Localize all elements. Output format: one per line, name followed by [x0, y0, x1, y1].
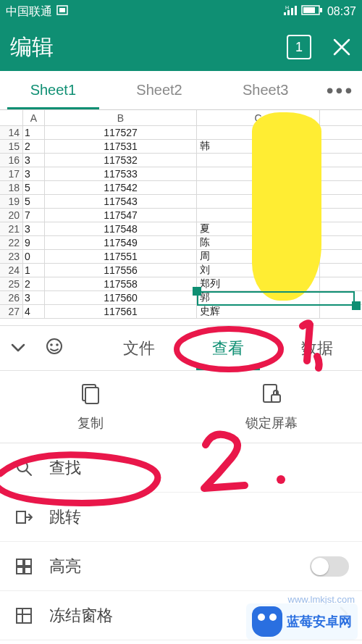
- cell-a[interactable]: 7: [23, 209, 45, 222]
- cell-a[interactable]: 3: [23, 291, 45, 305]
- menu-search[interactable]: 查找: [0, 443, 362, 493]
- cell-a[interactable]: 0: [23, 250, 45, 264]
- cell-c[interactable]: 周: [197, 250, 320, 264]
- cell-b[interactable]: 117561: [45, 305, 197, 319]
- col-header-a[interactable]: A: [23, 110, 45, 126]
- row-header[interactable]: 22: [0, 236, 23, 250]
- cell-a[interactable]: 5: [23, 195, 45, 209]
- row-header[interactable]: 17: [0, 167, 23, 181]
- cell-b[interactable]: 117558: [45, 277, 197, 291]
- col-header-c[interactable]: C: [197, 110, 320, 126]
- cell-a[interactable]: 9: [23, 236, 45, 250]
- table-row[interactable]: 213117548夏: [0, 222, 362, 236]
- cell-d[interactable]: [320, 291, 362, 305]
- cell-d[interactable]: [320, 195, 362, 209]
- cell-d[interactable]: [320, 167, 362, 181]
- cell-b[interactable]: 117527: [45, 126, 197, 140]
- row-header[interactable]: 15: [0, 140, 23, 154]
- cell-c[interactable]: [197, 209, 320, 222]
- cell-c[interactable]: [197, 167, 320, 181]
- cell-a[interactable]: 1: [23, 126, 45, 140]
- action-lock-screen[interactable]: 锁定屏幕: [181, 371, 362, 443]
- cell-d[interactable]: [320, 126, 362, 140]
- cell-c[interactable]: 刘: [197, 264, 320, 277]
- table-row[interactable]: 274117561史辉: [0, 305, 362, 319]
- highlight-toggle[interactable]: [310, 556, 349, 577]
- cell-d[interactable]: [320, 154, 362, 167]
- table-row[interactable]: 141117527: [0, 126, 362, 140]
- panel-tab-data[interactable]: 数据: [273, 326, 362, 370]
- cell-a[interactable]: 3: [23, 154, 45, 167]
- menu-highlight[interactable]: 高亮: [0, 542, 362, 591]
- cell-b[interactable]: 117531: [45, 140, 197, 154]
- table-row[interactable]: 173117533: [0, 167, 362, 181]
- cell-a[interactable]: 3: [23, 222, 45, 236]
- row-header[interactable]: 18: [0, 181, 23, 195]
- assistant-icon[interactable]: [43, 336, 65, 361]
- table-row[interactable]: 229117549陈: [0, 236, 362, 250]
- cell-b[interactable]: 117533: [45, 167, 197, 181]
- cell-b[interactable]: 117542: [45, 181, 197, 195]
- cell-c[interactable]: [197, 154, 320, 167]
- table-row[interactable]: 241117556刘: [0, 264, 362, 277]
- menu-jump[interactable]: 跳转: [0, 493, 362, 542]
- cell-b[interactable]: 117556: [45, 264, 197, 277]
- table-row[interactable]: 230117551周: [0, 250, 362, 264]
- table-row[interactable]: 185117542: [0, 181, 362, 195]
- cell-d[interactable]: [320, 277, 362, 291]
- cell-a[interactable]: 4: [23, 305, 45, 319]
- row-header[interactable]: 20: [0, 209, 23, 222]
- cell-b[interactable]: 117551: [45, 250, 197, 264]
- row-header[interactable]: 26: [0, 291, 23, 305]
- table-row[interactable]: 207117547: [0, 209, 362, 222]
- row-header[interactable]: 27: [0, 305, 23, 319]
- row-header[interactable]: 23: [0, 250, 23, 264]
- cell-a[interactable]: 3: [23, 167, 45, 181]
- panel-tab-file[interactable]: 文件: [94, 326, 183, 370]
- table-row[interactable]: 263117560郭: [0, 291, 362, 305]
- row-header[interactable]: 25: [0, 277, 23, 291]
- cell-b[interactable]: 117560: [45, 291, 197, 305]
- row-header[interactable]: 21: [0, 222, 23, 236]
- cell-c[interactable]: [197, 195, 320, 209]
- cell-c[interactable]: 郑列: [197, 277, 320, 291]
- cell-b[interactable]: 117548: [45, 222, 197, 236]
- table-row[interactable]: 163117532: [0, 154, 362, 167]
- sheet-tab-2[interactable]: Sheet2: [106, 71, 213, 109]
- table-row[interactable]: 195117543: [0, 195, 362, 209]
- row-header[interactable]: 14: [0, 126, 23, 140]
- cell-d[interactable]: [320, 140, 362, 154]
- cell-b[interactable]: 117549: [45, 236, 197, 250]
- row-header[interactable]: 16: [0, 154, 23, 167]
- cell-c[interactable]: 史辉: [197, 305, 320, 319]
- cell-d[interactable]: [320, 264, 362, 277]
- cell-d[interactable]: [320, 250, 362, 264]
- cell-c[interactable]: 夏: [197, 222, 320, 236]
- cell-c[interactable]: [197, 126, 320, 140]
- cell-c[interactable]: 陈: [197, 236, 320, 250]
- row-header[interactable]: 24: [0, 264, 23, 277]
- col-header-b[interactable]: B: [45, 110, 197, 126]
- cell-d[interactable]: [320, 222, 362, 236]
- page-count-button[interactable]: 1: [287, 35, 311, 59]
- cell-a[interactable]: 2: [23, 140, 45, 154]
- sheet-tab-1[interactable]: Sheet1: [0, 71, 106, 109]
- cell-a[interactable]: 5: [23, 181, 45, 195]
- cell-d[interactable]: [320, 181, 362, 195]
- cell-b[interactable]: 117532: [45, 154, 197, 167]
- cell-d[interactable]: [320, 209, 362, 222]
- cell-d[interactable]: [320, 236, 362, 250]
- cell-c[interactable]: 郭: [197, 291, 320, 305]
- cell-a[interactable]: 2: [23, 277, 45, 291]
- cell-b[interactable]: 117543: [45, 195, 197, 209]
- cell-d[interactable]: [320, 305, 362, 319]
- spreadsheet[interactable]: A B C 141117527152117531韩163117532173117…: [0, 110, 362, 319]
- close-button[interactable]: [332, 37, 352, 57]
- cell-c[interactable]: 韩: [197, 140, 320, 154]
- cell-a[interactable]: 1: [23, 264, 45, 277]
- panel-tab-view[interactable]: 查看: [183, 326, 272, 370]
- action-copy[interactable]: 复制: [0, 371, 181, 443]
- cell-b[interactable]: 117547: [45, 209, 197, 222]
- sheet-tab-more[interactable]: •••: [319, 71, 362, 109]
- table-row[interactable]: 152117531韩: [0, 140, 362, 154]
